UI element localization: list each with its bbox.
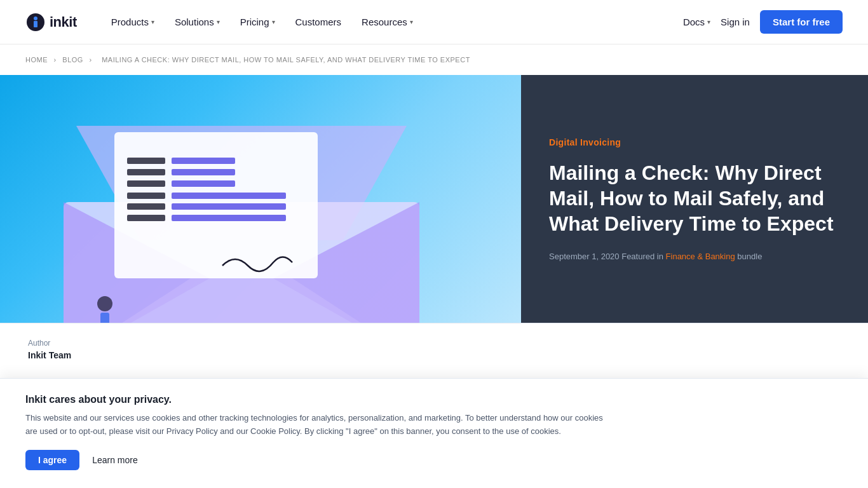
hero-bundle-text: bundle — [737, 252, 762, 261]
svg-rect-11 — [127, 180, 165, 187]
hero-date: September 1, 2020 — [549, 252, 620, 261]
nav-item-solutions[interactable]: Solutions ▾ — [166, 11, 229, 32]
hero-title: Mailing a Check: Why Direct Mail, How to… — [549, 160, 840, 236]
svg-rect-9 — [127, 158, 165, 164]
nav-customers-label: Customers — [295, 17, 342, 27]
nav-pricing-label: Pricing — [240, 17, 269, 27]
svg-rect-10 — [127, 169, 165, 175]
nav-links: Products ▾ Solutions ▾ Pricing ▾ Custome… — [102, 11, 683, 32]
breadcrumb: HOME › BLOG › MAILING A CHECK: WHY DIREC… — [0, 44, 868, 75]
svg-rect-12 — [172, 158, 235, 164]
hero-meta: September 1, 2020 Featured in Finance & … — [549, 252, 840, 261]
breadcrumb-blog[interactable]: BLOG — [62, 56, 83, 64]
author-name: Inkit Team — [28, 350, 840, 360]
hero-finance-link[interactable]: Finance & Banking — [666, 252, 735, 261]
svg-rect-15 — [127, 193, 165, 199]
cookie-text: This website and our services use cookie… — [25, 412, 610, 438]
nav-docs-label: Docs — [683, 17, 705, 27]
svg-rect-14 — [172, 180, 235, 187]
nav-solutions-label: Solutions — [175, 17, 214, 27]
hero-category: Digital Invoicing — [549, 137, 840, 147]
svg-rect-20 — [172, 215, 286, 221]
breadcrumb-separator: › — [89, 56, 92, 64]
nav-signin[interactable]: Sign in — [721, 17, 750, 27]
svg-rect-22 — [100, 313, 109, 323]
cookie-actions: I agree Learn more — [25, 450, 843, 470]
nav-item-products[interactable]: Products ▾ — [102, 11, 163, 32]
cookie-agree-button[interactable]: I agree — [25, 450, 79, 470]
chevron-down-icon: ▾ — [217, 18, 220, 25]
logo-text: inkit — [50, 14, 77, 30]
svg-point-21 — [97, 296, 112, 311]
start-for-free-button[interactable]: Start for free — [760, 10, 843, 34]
breadcrumb-separator: › — [54, 56, 57, 64]
hero-featured-text: Featured in — [621, 252, 665, 261]
svg-rect-16 — [127, 203, 165, 210]
chevron-down-icon: ▾ — [410, 18, 413, 25]
chevron-down-icon: ▾ — [272, 18, 275, 25]
nav-item-customers[interactable]: Customers — [287, 11, 351, 32]
nav-item-pricing[interactable]: Pricing ▾ — [231, 11, 284, 32]
cookie-title: Inkit cares about your privacy. — [25, 394, 843, 405]
svg-rect-18 — [172, 193, 286, 199]
hero-panel: Digital Invoicing Mailing a Check: Why D… — [521, 75, 868, 323]
chevron-down-icon: ▾ — [707, 18, 710, 25]
nav-right: Docs ▾ Sign in Start for free — [683, 10, 843, 34]
svg-rect-19 — [172, 203, 286, 210]
breadcrumb-home[interactable]: HOME — [25, 56, 48, 64]
svg-rect-17 — [127, 215, 165, 221]
breadcrumb-current: MAILING A CHECK: WHY DIRECT MAIL, HOW TO… — [102, 56, 470, 64]
cookie-learn-more-link[interactable]: Learn more — [92, 455, 138, 465]
nav-products-label: Products — [111, 17, 149, 27]
hero-image — [0, 75, 521, 323]
svg-rect-2 — [34, 21, 37, 27]
main-nav: inkit Products ▾ Solutions ▾ Pricing ▾ C… — [0, 0, 868, 44]
svg-rect-13 — [172, 169, 235, 175]
nav-resources-label: Resources — [362, 17, 407, 27]
hero-section: Digital Invoicing Mailing a Check: Why D… — [0, 75, 868, 323]
author-label: Author — [28, 339, 840, 348]
nav-docs[interactable]: Docs ▾ — [683, 17, 710, 27]
cookie-banner: Inkit cares about your privacy. This web… — [0, 378, 868, 488]
svg-point-1 — [34, 17, 37, 20]
logo[interactable]: inkit — [25, 12, 77, 32]
chevron-down-icon: ▾ — [151, 18, 154, 25]
nav-item-resources[interactable]: Resources ▾ — [353, 11, 422, 32]
author-section: Author Inkit Team — [0, 323, 868, 376]
